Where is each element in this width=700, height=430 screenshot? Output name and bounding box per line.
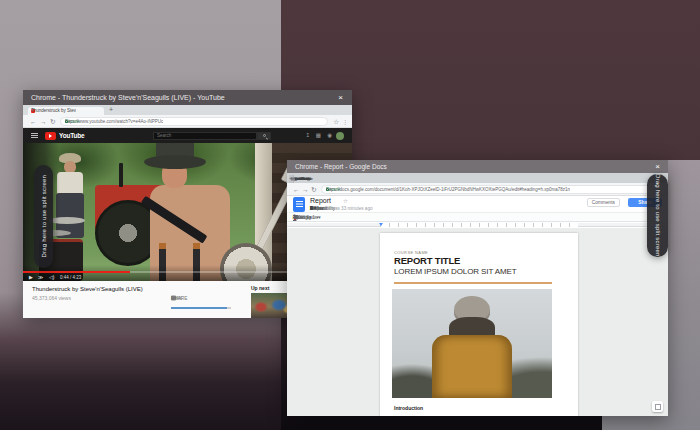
formatting-toolbar: ⎙ ↶ ↷ ▰ 100% ▾ Heading 1 ▾ Open Sans ▾ B… bbox=[287, 212, 668, 222]
like-ratio-fill bbox=[171, 307, 227, 309]
url-field[interactable]: Secure https://www.youtube.com/watch?v=e… bbox=[60, 117, 328, 126]
browser-tab-youtube[interactable]: Thunderstruck by Stev × bbox=[28, 107, 104, 116]
back-icon[interactable]: ← bbox=[30, 118, 37, 125]
search-button[interactable] bbox=[257, 132, 271, 140]
apps-grid-icon[interactable]: ▦ bbox=[316, 132, 321, 138]
new-tab-button[interactable]: + bbox=[289, 174, 293, 183]
ruler[interactable] bbox=[287, 223, 668, 227]
reload-icon[interactable]: ↻ bbox=[50, 118, 55, 126]
video-time: 0:44 / 4:23 bbox=[60, 275, 81, 280]
split-screen-drop-zone-left[interactable]: Drag here to use split screen bbox=[34, 165, 53, 268]
forward-icon[interactable]: → bbox=[302, 186, 309, 193]
video-title: Thunderstruck by Steve'n'Seagulls (LIVE) bbox=[32, 286, 143, 292]
video-progress-played bbox=[23, 271, 130, 273]
close-window-button[interactable]: × bbox=[338, 90, 343, 105]
bookmark-star-icon[interactable]: ☆ bbox=[333, 118, 339, 126]
doc-report-title: REPORT TITLE bbox=[394, 255, 460, 266]
tab-strip: Thunderstruck by Stev × + bbox=[23, 105, 352, 115]
next-icon[interactable]: ≫ bbox=[38, 274, 43, 280]
tab-close-icon[interactable]: × bbox=[31, 108, 34, 113]
back-icon[interactable]: ← bbox=[293, 186, 300, 193]
doc-inline-image[interactable] bbox=[392, 289, 552, 398]
search-input[interactable] bbox=[154, 133, 256, 139]
address-bar: ← → ↻ Secure https://docs.google.com/doc… bbox=[287, 183, 668, 196]
hamburger-menu-icon[interactable] bbox=[31, 133, 38, 134]
url-text: https://www.youtube.com/watch?v=e4Ao-iNP… bbox=[65, 119, 163, 124]
reload-icon[interactable]: ↻ bbox=[311, 186, 316, 194]
video-tractor-exhaust bbox=[119, 163, 123, 187]
more-actions-icon[interactable]: ••• bbox=[171, 296, 176, 301]
youtube-header: YouTube ↥ ▦ ◉ bbox=[23, 128, 352, 143]
drag-hint-label: Drag here to use split screen bbox=[655, 174, 661, 257]
play-icon[interactable]: ▶ bbox=[29, 274, 33, 280]
tab-label: Thunderstruck by Stev bbox=[31, 108, 76, 113]
explore-button[interactable] bbox=[652, 401, 663, 412]
doc-subtitle: LOREM IPSUM DOLOR SIT AMET bbox=[394, 267, 517, 276]
volume-icon[interactable]: ◁) bbox=[49, 274, 55, 280]
forward-icon[interactable]: → bbox=[40, 118, 47, 125]
close-window-button[interactable]: × bbox=[655, 160, 660, 173]
split-screen-drop-zone-right[interactable]: Drag here to use split screen bbox=[647, 174, 668, 257]
up-next-label: Up next bbox=[251, 285, 269, 291]
address-bar: ← → ↻ Secure https://www.youtube.com/wat… bbox=[23, 115, 352, 128]
window-title: Chrome - Thunderstruck by Steve'n'Seagul… bbox=[31, 90, 225, 105]
user-avatar[interactable] bbox=[336, 132, 344, 140]
url-field[interactable]: Secure https://docs.google.com/document/… bbox=[321, 185, 652, 194]
tab-strip: Report Edmonton tr Screensho Inbox - Ro … bbox=[287, 173, 668, 183]
ruler-page-area bbox=[380, 223, 578, 227]
document-canvas: COURSE NAME REPORT TITLE LOREM IPSUM DOL… bbox=[287, 228, 668, 416]
window-google-docs[interactable]: Chrome - Report - Google Docs × Report E… bbox=[287, 160, 668, 416]
browser-menu-icon[interactable]: ⋮ bbox=[342, 118, 348, 125]
document-title[interactable]: Report bbox=[310, 197, 331, 204]
drag-hint-label: Drag here to use split screen bbox=[41, 175, 47, 258]
comments-button[interactable]: Comments bbox=[587, 198, 620, 207]
image-jacket bbox=[432, 335, 512, 398]
new-tab-button[interactable]: + bbox=[109, 106, 113, 113]
window-titlebar[interactable]: Chrome - Thunderstruck by Steve'n'Seagul… bbox=[23, 90, 352, 105]
overview-desktop: Chrome - Thunderstruck by Steve'n'Seagul… bbox=[0, 0, 700, 430]
wallpaper-right-strip bbox=[668, 160, 700, 430]
window-titlebar[interactable]: Chrome - Report - Google Docs × bbox=[287, 160, 668, 173]
view-count: 45,373,064 views bbox=[32, 295, 71, 301]
notifications-icon[interactable]: ◉ bbox=[327, 132, 332, 138]
youtube-logo-text[interactable]: YouTube bbox=[59, 132, 84, 139]
search-box[interactable] bbox=[153, 132, 257, 140]
like-ratio-bar bbox=[171, 307, 231, 309]
window-title: Chrome - Report - Google Docs bbox=[295, 160, 387, 173]
search-icon bbox=[263, 134, 266, 137]
star-document-icon[interactable]: ☆ bbox=[343, 198, 348, 204]
doc-section-heading: Introduction bbox=[394, 405, 423, 411]
margin-marker[interactable] bbox=[379, 223, 383, 226]
url-text: https://docs.google.com/document/d/1Koh-… bbox=[326, 187, 570, 192]
upload-icon[interactable]: ↥ bbox=[305, 132, 310, 138]
google-docs-icon bbox=[293, 197, 305, 212]
editing-mode-select[interactable]: Editing ▾ bbox=[293, 215, 311, 220]
video-bucket-hat-brim bbox=[144, 155, 206, 169]
youtube-logo-icon[interactable] bbox=[45, 132, 56, 140]
document-page[interactable]: COURSE NAME REPORT TITLE LOREM IPSUM DOL… bbox=[380, 233, 578, 416]
tab-label: https://bug bbox=[291, 176, 310, 181]
doc-divider-rule bbox=[394, 282, 552, 284]
wallpaper-corner bbox=[602, 416, 700, 430]
last-edit-status[interactable]: Last edit was 33 minutes ago bbox=[313, 206, 373, 211]
